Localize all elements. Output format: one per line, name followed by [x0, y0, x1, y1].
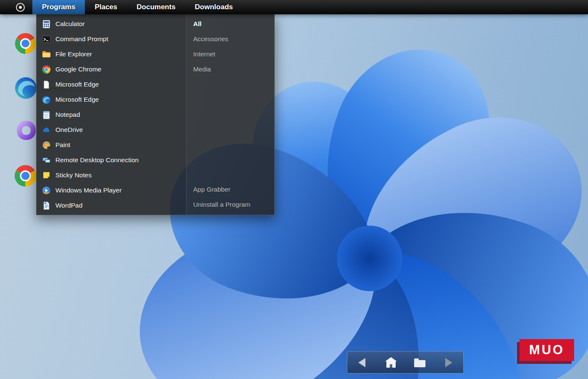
program-item-label: OneDrive [55, 126, 83, 134]
menu-downloads[interactable]: Downloads [185, 0, 243, 14]
onedrive-icon [42, 126, 51, 134]
calculator-icon [42, 20, 51, 29]
back-button[interactable] [353, 354, 371, 371]
program-item-microsoft-edge-2[interactable]: Microsoft Edge [37, 92, 186, 107]
sticky-notes-icon [42, 171, 51, 180]
program-item-calculator[interactable]: Calculator [37, 16, 186, 32]
program-item-file-explorer[interactable]: File Explorer [37, 47, 186, 62]
program-item-label: Microsoft Edge [55, 96, 99, 103]
menu-programs[interactable]: Programs [32, 0, 85, 14]
program-item-notepad[interactable]: Notepad [37, 107, 186, 122]
notepad-icon [42, 111, 51, 119]
program-item-command-prompt[interactable]: Command Prompt [37, 32, 186, 47]
action-uninstall-program[interactable]: Uninstall a Program [186, 197, 274, 212]
command-prompt-icon [42, 35, 51, 44]
edge-document-icon [42, 80, 51, 89]
media-player-icon [42, 186, 51, 195]
program-item-windows-media-player[interactable]: Windows Media Player [37, 183, 186, 198]
program-item-label: Paint [55, 141, 70, 149]
category-internet[interactable]: Internet [186, 47, 274, 62]
action-app-grabber[interactable]: App Grabber [186, 182, 274, 197]
program-item-label: Sticky Notes [55, 171, 92, 179]
program-item-label: Command Prompt [55, 35, 108, 43]
target-icon [16, 3, 25, 12]
program-item-paint[interactable]: Paint [37, 137, 186, 153]
muo-watermark-text: MUO [529, 342, 564, 358]
program-item-label: Calculator [55, 20, 85, 28]
program-item-label: Google Chrome [55, 66, 101, 73]
program-item-label: Notepad [55, 111, 80, 118]
program-item-sticky-notes[interactable]: Sticky Notes [37, 168, 186, 183]
program-item-onedrive[interactable]: OneDrive [37, 122, 186, 137]
program-item-remote-desktop[interactable]: Remote Desktop Connection [37, 153, 186, 168]
categories-list: All Accessories Internet Media App Grabb… [186, 14, 274, 215]
edge-icon [42, 95, 51, 104]
menubar: Programs Places Documents Downloads [0, 0, 588, 14]
program-item-label: Microsoft Edge [55, 81, 99, 88]
folder-icon [414, 360, 425, 367]
muo-watermark: MUO [520, 339, 574, 361]
chrome-icon [14, 32, 37, 55]
desktop-nav-toolbar [347, 351, 464, 374]
folder-button[interactable] [411, 354, 429, 371]
home-button[interactable] [382, 354, 400, 371]
launcher-button[interactable] [16, 0, 25, 14]
program-item-microsoft-edge-1[interactable]: Microsoft Edge [37, 77, 186, 92]
program-item-wordpad[interactable]: WordPad [37, 198, 186, 213]
forward-arrow-icon [445, 358, 452, 367]
program-item-label: File Explorer [55, 50, 92, 58]
category-accessories[interactable]: Accessories [186, 32, 274, 47]
wordpad-icon [42, 201, 51, 210]
program-item-label: Remote Desktop Connection [55, 156, 139, 164]
spacer [186, 77, 274, 182]
home-icon [386, 361, 396, 368]
chrome-icon [13, 164, 37, 188]
edge-icon [14, 76, 38, 100]
category-all[interactable]: All [186, 16, 274, 32]
program-item-label: WordPad [55, 202, 82, 209]
chrome-icon [42, 65, 51, 74]
file-explorer-icon [42, 50, 51, 59]
programs-dropdown: Calculator Command Prompt File Explorer … [36, 14, 275, 215]
program-item-label: Windows Media Player [55, 187, 122, 194]
program-item-google-chrome[interactable]: Google Chrome [37, 62, 186, 77]
menu-places[interactable]: Places [85, 0, 127, 14]
remote-desktop-icon [42, 156, 51, 165]
category-media[interactable]: Media [186, 62, 274, 77]
forward-button[interactable] [440, 354, 458, 371]
menu-documents[interactable]: Documents [127, 0, 185, 14]
back-arrow-icon [358, 358, 365, 367]
programs-list: Calculator Command Prompt File Explorer … [37, 14, 186, 215]
loop-icon [15, 119, 37, 142]
paint-icon [42, 141, 51, 150]
